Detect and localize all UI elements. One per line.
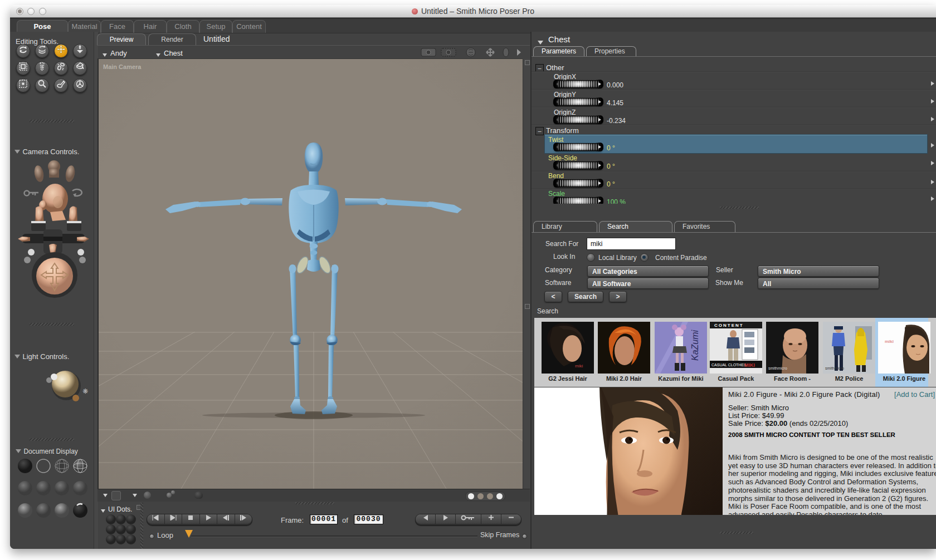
svg-text:KaZumi: KaZumi — [690, 330, 700, 361]
svg-text:miki: miki — [575, 363, 583, 369]
svg-text:smithmicro: smithmicro — [768, 366, 787, 370]
svg-text:smithmicro: smithmicro — [825, 366, 844, 370]
svg-text:❋: ❋ — [82, 387, 88, 395]
svg-text:CONTENT: CONTENT — [714, 323, 744, 328]
svg-text:miki: miki — [885, 339, 894, 344]
svg-text:MIKI: MIKI — [744, 362, 755, 368]
svg-text:CASUAL CLOTHES: CASUAL CLOTHES — [711, 363, 747, 367]
